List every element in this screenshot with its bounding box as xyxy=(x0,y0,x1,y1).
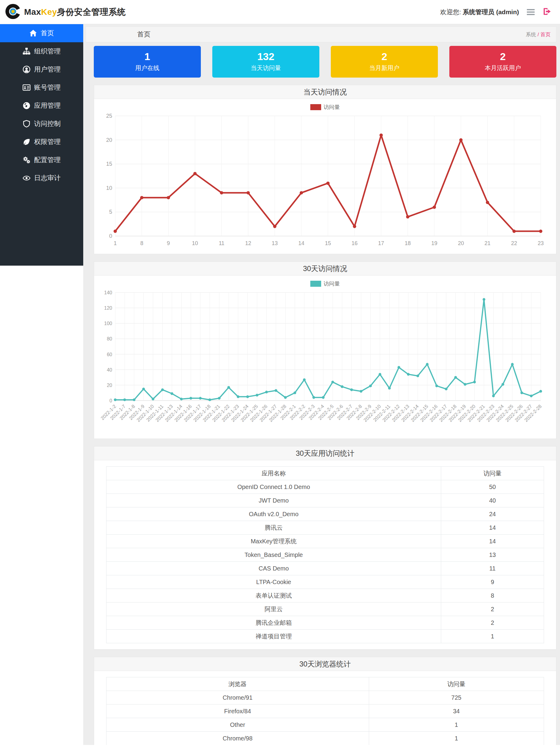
shield-icon xyxy=(23,120,31,128)
table-cell: 14 xyxy=(441,521,544,535)
sidebar-item-label: 配置管理 xyxy=(34,155,61,165)
hamburger-icon[interactable] xyxy=(527,9,535,15)
table-cell: Chrome/98 xyxy=(106,732,369,745)
stat-label: 当月新用户 xyxy=(369,64,400,72)
table-cell: Chrome/91 xyxy=(106,691,369,705)
stat-value: 2 xyxy=(381,51,387,62)
sidebar-item-1[interactable]: 首页 xyxy=(0,24,83,42)
table-cell: OpenID Connect 1.0 Demo xyxy=(106,480,441,494)
table-cell: 13 xyxy=(441,548,544,562)
sidebar-item-5[interactable]: 应用管理 xyxy=(0,97,83,115)
sidebar-item-4[interactable]: 账号管理 xyxy=(0,78,83,97)
svg-text:5: 5 xyxy=(109,209,112,215)
sidebar-item-6[interactable]: 访问控制 xyxy=(0,115,83,133)
table-row: OAuth v2.0_Demo24 xyxy=(106,507,544,521)
sidebar-item-label: 日志审计 xyxy=(34,174,61,182)
table-cell: 表单认证测试 xyxy=(106,589,441,602)
browser-visits-table: 浏览器访问量Chrome/91725Firefox/8434Other1Chro… xyxy=(98,677,553,745)
table-cell: MaxKey管理系统 xyxy=(106,535,441,548)
table-row: LTPA-Cookie9 xyxy=(106,575,544,589)
panel-title: 30天应用访问统计 xyxy=(94,446,556,460)
legend-swatch xyxy=(310,281,321,287)
sidebar-item-label: 首页 xyxy=(41,29,54,38)
breadcrumb-current-link[interactable]: 首页 xyxy=(540,32,551,37)
stat-label: 当天访问量 xyxy=(251,64,281,72)
stat-card-4: 2本月活跃用户 xyxy=(449,46,556,78)
sidebar-item-label: 应用管理 xyxy=(34,101,61,110)
sidebar-item-label: 账号管理 xyxy=(34,83,61,92)
table-row: MaxKey管理系统14 xyxy=(106,535,544,548)
table-cell: Firefox/84 xyxy=(106,705,369,718)
page-footer xyxy=(0,745,560,751)
30day-visits-line-chart: 0204060801001201402022-1-22022-1-72022-1… xyxy=(98,289,553,436)
table-cell: 24 xyxy=(441,507,544,521)
sidebar-item-3[interactable]: 用户管理 xyxy=(0,60,83,78)
stat-card-2: 132当天访问量 xyxy=(212,46,319,78)
svg-text:9: 9 xyxy=(167,240,170,246)
svg-text:22: 22 xyxy=(511,240,517,246)
eye-icon xyxy=(23,174,31,182)
legend-label: 访问量 xyxy=(324,103,340,111)
chart-legend[interactable]: 访问量 xyxy=(98,278,553,289)
sidebar-item-2[interactable]: 组织管理 xyxy=(0,42,83,60)
app-visits-table: 应用名称访问量OpenID Connect 1.0 Demo50JWT Demo… xyxy=(98,466,553,643)
table-cell: 2 xyxy=(441,602,544,616)
logout-icon[interactable] xyxy=(542,7,552,17)
home-icon xyxy=(29,29,37,37)
sidebar-item-8[interactable]: 配置管理 xyxy=(0,151,83,169)
globe-icon xyxy=(23,102,31,110)
svg-text:19: 19 xyxy=(431,240,437,246)
svg-text:60: 60 xyxy=(107,352,112,357)
table-cell: 14 xyxy=(441,535,544,548)
svg-text:11: 11 xyxy=(219,240,224,246)
top-header: MaxKey身份安全管理系统 欢迎您: 系统管理员 (admin) xyxy=(0,0,560,24)
svg-text:100: 100 xyxy=(104,321,112,326)
svg-text:20: 20 xyxy=(458,240,464,246)
svg-text:1: 1 xyxy=(114,240,117,246)
table-cell: 禅道项目管理 xyxy=(106,630,441,643)
table-row: CAS Demo11 xyxy=(106,562,544,575)
sidebar-item-label: 权限管理 xyxy=(34,137,61,147)
table-cell: OAuth v2.0_Demo xyxy=(106,507,441,521)
stat-label: 本月活跃用户 xyxy=(485,64,521,72)
chart-legend[interactable]: 访问量 xyxy=(98,102,553,112)
svg-text:16: 16 xyxy=(352,240,358,246)
table-row: 腾讯云14 xyxy=(106,521,544,535)
svg-text:20: 20 xyxy=(107,383,112,388)
svg-text:120: 120 xyxy=(104,306,112,311)
sidebar-item-7[interactable]: 权限管理 xyxy=(0,133,83,151)
sidebar-item-label: 用户管理 xyxy=(34,65,61,74)
brand-logo[interactable]: MaxKey身份安全管理系统 xyxy=(5,3,126,21)
panel-30day-browser-stats: 30天浏览器统计 浏览器访问量Chrome/91725Firefox/8434O… xyxy=(94,657,556,751)
table-cell: 50 xyxy=(441,480,544,494)
sidebar-item-9[interactable]: 日志审计 xyxy=(0,169,83,187)
svg-text:23: 23 xyxy=(538,240,544,246)
panel-title: 当天访问情况 xyxy=(94,85,556,99)
table-cell: 40 xyxy=(441,494,544,507)
table-header-row: 浏览器访问量 xyxy=(106,677,544,691)
table-cell: Token_Based_Simple xyxy=(106,548,441,562)
table-cell: 34 xyxy=(369,705,544,718)
current-user: 系统管理员 (admin) xyxy=(463,8,519,15)
table-cell: 1 xyxy=(369,732,544,745)
breadcrumb-root-link[interactable]: 系统 xyxy=(526,32,536,37)
table-row: Token_Based_Simple13 xyxy=(106,548,544,562)
table-header-row: 应用名称访问量 xyxy=(106,467,544,480)
id-card-icon xyxy=(23,83,31,92)
table-cell: 腾讯企业邮箱 xyxy=(106,616,441,630)
sidebar-item-label: 访问控制 xyxy=(34,119,61,128)
table-row: Firefox/8434 xyxy=(106,705,544,718)
column-header: 访问量 xyxy=(369,677,544,691)
stat-cards-row: 1用户在线132当天访问量2当月新用户2本月活跃用户 xyxy=(94,46,556,78)
table-cell: 腾讯云 xyxy=(106,521,441,535)
breadcrumb-separator: / xyxy=(538,32,539,37)
table-cell: 阿里云 xyxy=(106,602,441,616)
svg-text:18: 18 xyxy=(405,240,411,246)
stat-card-1: 1用户在线 xyxy=(94,46,201,78)
table-cell: 1 xyxy=(369,718,544,732)
stat-value: 1 xyxy=(144,51,150,62)
legend-label: 访问量 xyxy=(324,280,340,287)
svg-text:17: 17 xyxy=(378,240,384,246)
today-visits-line-chart: 0510152025189101112131415161718192021222… xyxy=(98,112,553,251)
panel-title: 30天浏览器统计 xyxy=(94,657,556,671)
